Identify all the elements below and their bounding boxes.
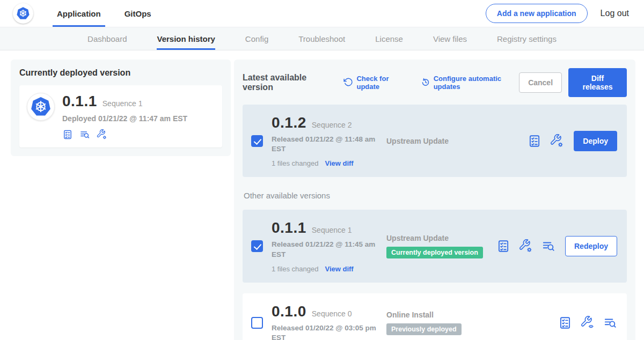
version-checkbox[interactable] bbox=[251, 317, 263, 329]
version-sequence: Sequence 0 bbox=[312, 309, 352, 318]
version-number: 0.1.2 bbox=[272, 114, 306, 131]
version-actions bbox=[558, 316, 618, 330]
source-label: Upstream Update bbox=[386, 137, 528, 145]
top-tabs: Application GitOps bbox=[53, 0, 171, 27]
version-sequence: Sequence 1 bbox=[312, 226, 352, 234]
version-checkbox[interactable] bbox=[251, 135, 263, 147]
config-gear-icon[interactable] bbox=[519, 239, 533, 253]
other-versions-label: Other available versions bbox=[244, 191, 626, 200]
add-application-button[interactable]: Add a new application bbox=[486, 4, 588, 23]
configure-auto-updates-label: Configure automatic updates bbox=[434, 75, 519, 91]
released-timestamp: Released 01/21/22 @ 11:45 am EST bbox=[272, 240, 378, 259]
version-source: Upstream Update Currently deployed versi… bbox=[385, 234, 496, 258]
version-actions: Deploy bbox=[528, 131, 618, 151]
logout-link[interactable]: Log out bbox=[601, 9, 629, 18]
deployed-version-card: 0.1.1 Sequence 1 Deployed 01/21/22 @ 11:… bbox=[19, 85, 222, 147]
tab-application[interactable]: Application bbox=[53, 0, 105, 27]
version-source: Upstream Update bbox=[385, 137, 528, 145]
version-card-0-1-0: 0.1.0 Sequence 0 Released 01/20/22 @ 03:… bbox=[243, 293, 627, 340]
tab-registry-settings[interactable]: Registry settings bbox=[497, 27, 557, 50]
tab-gitops[interactable]: GitOps bbox=[120, 0, 156, 27]
currently-deployed-panel: Currently deployed version bbox=[11, 60, 231, 156]
version-card-0-1-2: 0.1.2 Sequence 2 Released 01/21/22 @ 11:… bbox=[243, 105, 627, 177]
preflight-checklist-icon[interactable] bbox=[558, 316, 572, 330]
diff-releases-button[interactable]: Diff releases bbox=[568, 68, 627, 97]
kubernetes-logo-icon bbox=[27, 93, 55, 121]
config-gear-icon[interactable] bbox=[550, 134, 564, 148]
main-content: Currently deployed version bbox=[0, 50, 644, 340]
kubernetes-logo-icon bbox=[13, 3, 33, 24]
currently-deployed-badge: Currently deployed version bbox=[386, 247, 483, 258]
view-diff-link[interactable]: View diff bbox=[325, 265, 353, 273]
deployed-action-icons bbox=[62, 129, 187, 140]
refresh-icon bbox=[343, 77, 353, 88]
currently-deployed-title: Currently deployed version bbox=[19, 68, 222, 78]
deployed-version-info: 0.1.1 Sequence 1 Deployed 01/21/22 @ 11:… bbox=[62, 93, 187, 140]
tab-view-files[interactable]: View files bbox=[433, 27, 467, 50]
top-nav: Application GitOps Add a new application… bbox=[0, 0, 644, 27]
check-for-update-label: Check for update bbox=[356, 75, 406, 91]
configure-auto-updates-link[interactable]: Configure automatic updates bbox=[421, 75, 519, 91]
cancel-button[interactable]: Cancel bbox=[519, 72, 562, 93]
tab-dashboard[interactable]: Dashboard bbox=[87, 27, 127, 50]
released-timestamp: Released 01/21/22 @ 11:48 am EST bbox=[272, 135, 378, 154]
tab-config[interactable]: Config bbox=[245, 27, 268, 50]
version-source: Online Install Previously deployed bbox=[385, 311, 558, 335]
tab-troubleshoot[interactable]: Troubleshoot bbox=[298, 27, 345, 50]
version-card-0-1-1: 0.1.1 Sequence 1 Released 01/21/22 @ 11:… bbox=[243, 210, 627, 282]
version-info: 0.1.1 Sequence 1 Released 01/21/22 @ 11:… bbox=[272, 219, 385, 272]
released-timestamp: Released 01/20/22 @ 03:05 pm EST bbox=[272, 323, 378, 340]
schedule-update-icon bbox=[421, 77, 430, 88]
config-view-icon[interactable] bbox=[581, 316, 595, 330]
view-diff-link[interactable]: View diff bbox=[325, 159, 353, 167]
version-sequence: Sequence 2 bbox=[312, 121, 352, 129]
available-versions-panel: Latest available version Check for updat… bbox=[234, 60, 635, 340]
check-for-update-link[interactable]: Check for update bbox=[343, 75, 406, 91]
tab-license[interactable]: License bbox=[375, 27, 403, 50]
version-history-page: Application GitOps Add a new application… bbox=[0, 0, 644, 340]
version-checkbox[interactable] bbox=[251, 240, 263, 252]
files-changed-label: 1 files changed bbox=[272, 265, 318, 273]
version-info: 0.1.2 Sequence 2 Released 01/21/22 @ 11:… bbox=[272, 114, 385, 167]
app-subnav: Dashboard Version history Config Trouble… bbox=[0, 27, 644, 50]
top-nav-right: Add a new application Log out bbox=[486, 0, 644, 27]
preflight-checklist-icon[interactable] bbox=[62, 129, 73, 140]
version-info: 0.1.0 Sequence 0 Released 01/20/22 @ 03:… bbox=[272, 303, 385, 340]
file-diff-icon[interactable] bbox=[79, 129, 90, 140]
deployed-sequence: Sequence 1 bbox=[103, 99, 143, 108]
version-actions: Redeploy bbox=[496, 236, 618, 256]
source-label: Online Install bbox=[386, 311, 558, 319]
source-label: Upstream Update bbox=[386, 234, 496, 242]
files-changed-label: 1 files changed bbox=[272, 159, 318, 167]
tab-version-history[interactable]: Version history bbox=[157, 27, 215, 50]
version-number: 0.1.1 bbox=[272, 219, 306, 236]
config-gear-icon[interactable] bbox=[97, 129, 107, 140]
latest-version-header: Latest available version Check for updat… bbox=[243, 68, 627, 97]
version-number: 0.1.0 bbox=[272, 303, 306, 320]
previously-deployed-badge: Previously deployed bbox=[386, 323, 462, 335]
deployed-timestamp: Deployed 01/21/22 @ 11:47 am EST bbox=[62, 114, 187, 123]
preflight-checklist-icon[interactable] bbox=[496, 239, 510, 253]
app-logo bbox=[0, 0, 53, 27]
file-diff-icon[interactable] bbox=[603, 316, 617, 330]
deployed-version-number: 0.1.1 bbox=[62, 93, 97, 110]
file-diff-icon[interactable] bbox=[541, 239, 555, 253]
redeploy-button[interactable]: Redeploy bbox=[565, 236, 617, 256]
latest-version-title: Latest available version bbox=[243, 73, 330, 92]
deploy-button[interactable]: Deploy bbox=[574, 131, 617, 151]
preflight-checklist-icon[interactable] bbox=[528, 134, 541, 148]
